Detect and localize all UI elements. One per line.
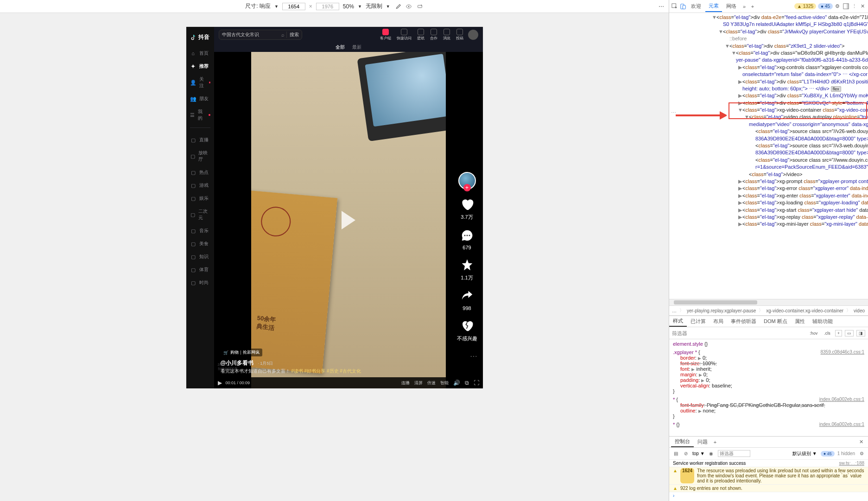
- sidebar-item-friends[interactable]: 👥朋友: [186, 92, 214, 105]
- sidebar-category[interactable]: ▢知识: [186, 250, 214, 263]
- element-line[interactable]: ▼<class="el-tag">xg-video-container clas…: [670, 107, 867, 114]
- play-icon[interactable]: ▶: [218, 380, 222, 386]
- new-style-rule-icon[interactable]: +: [835, 330, 842, 336]
- styles-subtab[interactable]: 辅助功能: [809, 317, 836, 326]
- inspect-icon[interactable]: [671, 3, 678, 10]
- topnav-item[interactable]: 消息: [443, 29, 450, 41]
- element-line[interactable]: ▼<class="el-tag">div class="zK9et1_2 sli…: [670, 43, 867, 50]
- element-line[interactable]: <class="el-tag">/video>: [670, 171, 867, 178]
- close-drawer-icon[interactable]: ✕: [856, 439, 866, 445]
- topnav-item[interactable]: 壁纸: [417, 29, 424, 41]
- width-input[interactable]: [282, 3, 305, 10]
- css-rule[interactable]: * {index.06a002eb.css:1}: [673, 422, 864, 427]
- search-button[interactable]: 搜索: [286, 32, 299, 38]
- search-input[interactable]: [222, 32, 281, 38]
- css-rule[interactable]: element.style {}: [673, 341, 864, 347]
- breadcrumb-item[interactable]: xg-video-container.xg-video-container: [766, 308, 843, 313]
- element-line[interactable]: ▶<class="el-tag">xg-enter class="xgplaye…: [670, 192, 867, 199]
- more-tabs-icon[interactable]: »: [741, 3, 748, 10]
- breadcrumb-item[interactable]: …: [672, 308, 677, 313]
- styles-subtab[interactable]: DOM 断点: [760, 317, 791, 326]
- console-body[interactable]: Service worker registration successsw.ts…: [669, 460, 868, 501]
- sidebar-category[interactable]: ▢放映厅: [186, 146, 214, 166]
- tab-latest[interactable]: 最新: [352, 44, 361, 51]
- pip-icon[interactable]: ⧉: [465, 380, 469, 386]
- sidebar-category[interactable]: ▢二次元: [186, 205, 214, 224]
- styles-subtab[interactable]: 已计算: [687, 317, 710, 326]
- like-button[interactable]: 3.7万: [459, 196, 475, 221]
- sidebar-category[interactable]: ▢热点: [186, 166, 214, 179]
- element-line[interactable]: ▶<class="el-tag">div class="L1TH4HdO d6K…: [670, 78, 867, 85]
- tab-network[interactable]: 网络: [723, 1, 740, 12]
- console-info-badge[interactable]: ● 45: [821, 451, 835, 457]
- topnav-item[interactable]: 客户端: [380, 29, 391, 41]
- element-line[interactable]: ▼<class="el-tag">video class autoplay pl…: [670, 114, 867, 120]
- fullscreen-icon[interactable]: ⛶: [474, 380, 479, 386]
- elements-breadcrumb[interactable]: …〉yer-playing.replay.xgplayer-pause〉xg-v…: [669, 305, 868, 316]
- toggle-panel-icon[interactable]: ◨: [856, 330, 865, 336]
- styles-subtab[interactable]: 布局: [710, 317, 727, 326]
- tab-elements[interactable]: 元素: [705, 0, 722, 12]
- zoom-select[interactable]: 50%: [343, 3, 354, 10]
- more-icon[interactable]: ⋯: [658, 3, 665, 10]
- console-log-line[interactable]: ▲922 log entries are not shown.: [669, 485, 868, 492]
- css-source-link[interactable]: index.06a002eb.css:1: [819, 397, 864, 402]
- breadcrumb-item[interactable]: yer-playing.replay.xgplayer-pause: [687, 308, 756, 313]
- favorite-button[interactable]: 1.1万: [459, 257, 475, 281]
- elements-tree[interactable]: ⋯ ▼<class="el-tag">div data-e2e="feed-ac…: [669, 13, 868, 299]
- video-more-icon[interactable]: ⋯: [470, 352, 477, 361]
- height-input[interactable]: [316, 3, 339, 10]
- eyedropper-icon[interactable]: [394, 3, 401, 10]
- sidebar-category[interactable]: ▢娱乐: [186, 192, 214, 205]
- eye-icon[interactable]: [405, 3, 412, 10]
- element-line[interactable]: ▶<class="el-tag">xg-prompt class="xgplay…: [670, 178, 867, 185]
- sidebar-item-me[interactable]: ☰我的: [186, 105, 214, 125]
- css-rule[interactable]: .xgplayer * {8359.c08d46c3.css:1border: …: [673, 349, 864, 394]
- dock-icon[interactable]: [842, 3, 849, 10]
- element-line[interactable]: <class="el-tag">source class src="//v3-w…: [670, 142, 867, 149]
- styles-body[interactable]: element.style {}.xgplayer * {8359.c08d46…: [669, 339, 868, 436]
- console-log-line[interactable]: Service worker registration successsw.ts…: [669, 460, 868, 467]
- console-settings-icon[interactable]: ⚙: [858, 450, 865, 457]
- playback-speed[interactable]: 倍速: [427, 380, 436, 386]
- add-tab-icon[interactable]: +: [711, 438, 719, 446]
- tab-console[interactable]: 控制台: [671, 437, 694, 447]
- settings-icon[interactable]: ⚙: [834, 3, 841, 10]
- info-badge[interactable]: ● 45: [818, 3, 833, 9]
- styles-subtab[interactable]: 事件侦听器: [727, 317, 760, 326]
- tab-issues[interactable]: 问题: [694, 437, 711, 447]
- author-name[interactable]: @小川多看书: [221, 360, 254, 366]
- sidebar-item-home[interactable]: ⌂首页: [186, 47, 214, 60]
- log-level-select[interactable]: 默认级别 ▼: [792, 450, 817, 457]
- element-line[interactable]: S0 Y383Ug7n relatedUiAdapter kMf5pi_F HS…: [670, 21, 867, 28]
- device-toggle-icon[interactable]: [679, 3, 687, 10]
- element-line[interactable]: ▼<class="el-tag">div class="wD8o9sOR gHI…: [670, 50, 867, 57]
- element-line[interactable]: ▶<class="el-tag">xg-controls class="xgpl…: [670, 64, 867, 71]
- hov-toggle[interactable]: :hov: [808, 330, 819, 336]
- new-tab-icon[interactable]: +: [749, 3, 756, 10]
- elements-scrollbar[interactable]: [669, 299, 868, 305]
- element-line[interactable]: r=1&source=PackSourceEnum_FEED&aid=6383"…: [670, 164, 867, 171]
- log-source[interactable]: sw.ts:…:188: [839, 461, 864, 466]
- douyin-logo[interactable]: 抖音: [186, 31, 214, 44]
- menu-icon[interactable]: ⋮: [850, 3, 858, 10]
- sidebar-toggle-icon[interactable]: ▤: [672, 450, 679, 457]
- css-source-link[interactable]: index.06a002eb.css:1: [819, 422, 864, 427]
- author-avatar[interactable]: +: [458, 172, 476, 190]
- topnav-item[interactable]: 快捷访问: [397, 29, 412, 41]
- element-line[interactable]: yer-pause" data-xgplayerid="f0ab90f6-a31…: [670, 57, 867, 63]
- sidebar-item-recommend[interactable]: ✦推荐: [186, 60, 214, 73]
- styles-filter-input[interactable]: [672, 330, 805, 336]
- play-button[interactable]: [342, 211, 355, 229]
- styles-subtab[interactable]: 属性: [791, 317, 809, 326]
- element-line[interactable]: <class="el-tag">source class src="//v26-…: [670, 128, 867, 135]
- quality-select[interactable]: 智能: [440, 380, 449, 386]
- close-devtools-icon[interactable]: ✕: [859, 3, 866, 10]
- element-line[interactable]: 836A39D890E2E4D8A0A000D&btag=8000" type>: [670, 149, 867, 156]
- context-select[interactable]: top ▼: [692, 451, 705, 456]
- console-filter-input[interactable]: [718, 450, 750, 457]
- comment-button[interactable]: 679: [459, 227, 475, 250]
- shop-tag[interactable]: 🛒 购物｜抢新网疯: [221, 349, 262, 356]
- flex-badge[interactable]: flex: [831, 86, 841, 92]
- search-box[interactable]: ⌕ 搜索: [219, 30, 302, 40]
